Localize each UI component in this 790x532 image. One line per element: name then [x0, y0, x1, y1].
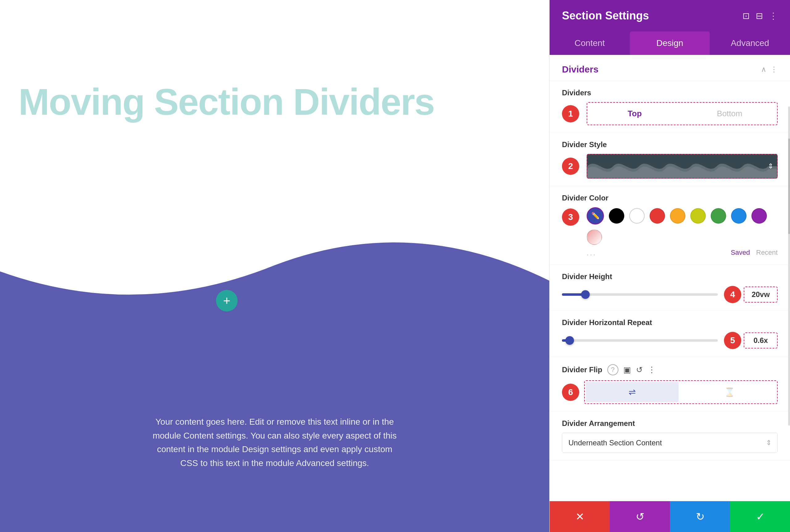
- scrollbar-track: [788, 107, 790, 425]
- divider-flip-label: Divider Flip: [562, 365, 602, 374]
- save-button[interactable]: ✓: [730, 501, 790, 532]
- dividers-toggle-label: Dividers: [562, 89, 778, 97]
- toggle-top-btn[interactable]: Top: [587, 103, 682, 125]
- canvas-content-text: Your content goes here. Edit or remove t…: [151, 415, 398, 470]
- canvas-top: Moving Section Dividers: [0, 0, 549, 204]
- settings-panel: Section Settings ⊡ ⊟ ⋮ Content Design Ad…: [549, 0, 790, 532]
- annotation-badge-6: 6: [562, 384, 579, 401]
- saved-tab[interactable]: Saved: [731, 249, 750, 257]
- panel-body[interactable]: Dividers ∧ ⋮ Dividers 1 Top Bottom Divid…: [550, 55, 790, 532]
- canvas-bottom: + Your content goes here. Edit or remove…: [0, 204, 549, 532]
- save-icon: ✓: [756, 510, 765, 523]
- color-swatch-purple[interactable]: [751, 208, 767, 224]
- flip-reset-icon[interactable]: ↺: [636, 365, 643, 375]
- divider-color-field: Divider Color 3 ✏️: [550, 186, 790, 265]
- divider-arrangement-select[interactable]: Underneath Section Content Above Section…: [562, 433, 778, 453]
- toggle-bottom-btn[interactable]: Bottom: [682, 103, 777, 125]
- flip-horizontal-option[interactable]: ⇌: [586, 382, 679, 402]
- color-swatch-black[interactable]: [609, 208, 624, 224]
- responsive-icon[interactable]: ⊡: [742, 11, 750, 21]
- color-swatch-gradient[interactable]: [587, 229, 602, 245]
- dividers-section-header: Dividers ∧ ⋮: [550, 55, 790, 81]
- canvas-wave-svg: [0, 204, 549, 311]
- dividers-section-title: Dividers: [562, 64, 599, 75]
- panel-header-icons: ⊡ ⊟ ⋮: [742, 11, 778, 21]
- dividers-top-bottom-toggle: Top Bottom: [587, 102, 778, 125]
- color-swatch-amber[interactable]: [670, 208, 685, 224]
- divider-wave-preview: [587, 154, 777, 178]
- divider-flip-label-row: Divider Flip ? ▣ ↺ ⋮: [562, 364, 778, 375]
- color-swatch-white[interactable]: [629, 208, 645, 224]
- scrollbar-thumb: [788, 138, 790, 234]
- canvas: Moving Section Dividers + Your content g…: [0, 0, 549, 532]
- color-swatch-red[interactable]: [649, 208, 665, 224]
- panel-header: Section Settings ⊡ ⊟ ⋮: [550, 0, 790, 32]
- divider-height-label: Divider Height: [562, 272, 778, 281]
- divider-horizontal-repeat-field: Divider Horizontal Repeat 5 0.6x: [550, 311, 790, 357]
- color-swatch-blue[interactable]: [731, 208, 747, 224]
- divider-repeat-thumb[interactable]: [565, 336, 574, 345]
- color-swatch-active[interactable]: ✏️: [587, 207, 604, 225]
- annotation-badge-1: 1: [562, 105, 579, 122]
- add-icon: +: [223, 294, 230, 307]
- divider-style-preview[interactable]: ⇕: [587, 154, 778, 178]
- panel-title: Section Settings: [562, 9, 649, 22]
- divider-style-field: Divider Style 2 ⇕: [550, 133, 790, 186]
- divider-arrangement-select-wrapper: Underneath Section Content Above Section…: [562, 433, 778, 453]
- color-swatch-yellow[interactable]: [690, 208, 706, 224]
- flip-vertical-icon: ⌛: [724, 387, 735, 397]
- annotation-badge-4: 4: [724, 286, 741, 303]
- section-more-icon[interactable]: ⋮: [770, 65, 778, 74]
- tab-advanced[interactable]: Advanced: [710, 32, 790, 55]
- divider-style-label: Divider Style: [562, 140, 778, 149]
- divider-arrangement-label: Divider Arrangement: [562, 419, 778, 428]
- annotation-badge-3: 3: [562, 208, 579, 226]
- color-picker-footer: ... Saved Recent: [587, 249, 778, 257]
- divider-horizontal-repeat-slider-row: 5 0.6x: [562, 332, 778, 349]
- divider-flip-options: ⇌ ⌛: [584, 380, 778, 404]
- flip-vertical-option[interactable]: ⌛: [683, 382, 776, 402]
- section-header-icons: ∧ ⋮: [761, 65, 778, 74]
- divider-repeat-value[interactable]: 0.6x: [744, 332, 778, 348]
- collapse-icon[interactable]: ∧: [761, 65, 767, 74]
- divider-repeat-track[interactable]: [562, 339, 718, 342]
- more-options-icon[interactable]: ⋮: [769, 11, 778, 21]
- recent-tab[interactable]: Recent: [756, 249, 778, 257]
- color-swatch-green[interactable]: [711, 208, 726, 224]
- divider-arrangement-field: Divider Arrangement Underneath Section C…: [550, 412, 790, 460]
- split-view-icon[interactable]: ⊟: [756, 11, 763, 21]
- flip-horizontal-icon: ⇌: [629, 387, 636, 397]
- divider-color-label: Divider Color: [562, 194, 778, 202]
- dividers-toggle-field: Dividers 1 Top Bottom: [550, 81, 790, 133]
- eyedropper-icon: ✏️: [591, 212, 600, 220]
- divider-flip-field: Divider Flip ? ▣ ↺ ⋮ 6 ⇌ ⌛: [550, 357, 790, 412]
- color-swatches-row: ✏️: [587, 207, 778, 245]
- divider-horizontal-repeat-label: Divider Horizontal Repeat: [562, 318, 778, 327]
- refresh-icon: ↻: [696, 510, 704, 523]
- color-tabs: Saved Recent: [731, 249, 778, 257]
- color-dots: ...: [587, 249, 596, 257]
- divider-height-track[interactable]: [562, 293, 718, 296]
- refresh-button[interactable]: ↻: [670, 501, 730, 532]
- tab-content[interactable]: Content: [550, 32, 630, 55]
- divider-height-slider-row: 4 20vw: [562, 286, 778, 303]
- panel-footer: ✕ ↺ ↻ ✓: [550, 501, 790, 532]
- annotation-badge-2: 2: [562, 157, 579, 175]
- reset-button[interactable]: ↺: [610, 501, 670, 532]
- cancel-button[interactable]: ✕: [550, 501, 610, 532]
- cancel-icon: ✕: [575, 510, 584, 523]
- reset-icon: ↺: [636, 510, 644, 523]
- divider-height-field: Divider Height 4 20vw: [550, 265, 790, 311]
- tab-design[interactable]: Design: [630, 32, 710, 55]
- divider-style-arrow-icon: ⇕: [768, 162, 773, 170]
- flip-more-icon[interactable]: ⋮: [648, 365, 656, 375]
- flip-square-icon[interactable]: ▣: [623, 365, 631, 375]
- flip-help-icon[interactable]: ?: [607, 364, 619, 375]
- divider-height-value[interactable]: 20vw: [744, 286, 778, 303]
- canvas-title: Moving Section Dividers: [19, 83, 435, 120]
- panel-tabs: Content Design Advanced: [550, 32, 790, 55]
- add-content-button[interactable]: +: [216, 290, 238, 311]
- annotation-badge-5: 5: [724, 332, 741, 349]
- divider-height-thumb[interactable]: [581, 290, 590, 299]
